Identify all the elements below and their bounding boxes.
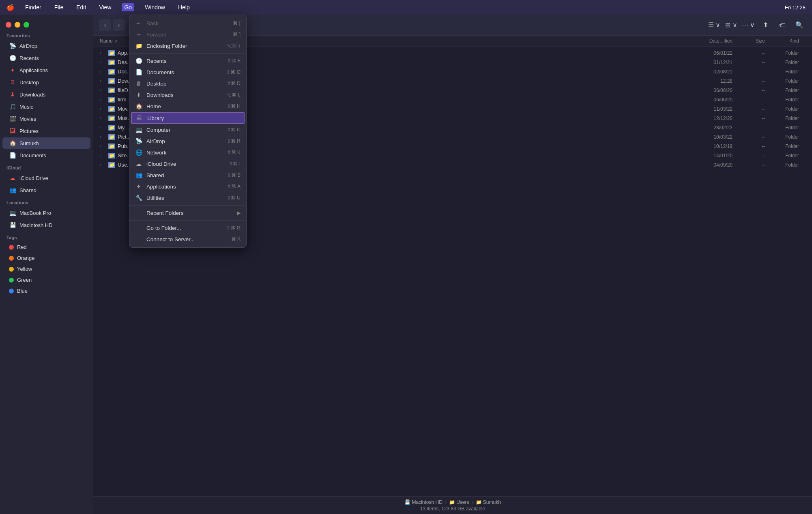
menu-item-recents[interactable]: 🕐 Recents ⇧⌘ F bbox=[129, 55, 246, 66]
menubar-edit[interactable]: Edit bbox=[74, 3, 88, 11]
menu-item-utilities[interactable]: 🔧 Utilities ⇧⌘ U bbox=[129, 192, 246, 203]
folder-icon: 📁 bbox=[108, 134, 115, 140]
sidebar-macbook-label: MacBook Pro bbox=[19, 210, 51, 216]
search-button[interactable]: 🔍 bbox=[793, 18, 806, 32]
sidebar-item-tag-green[interactable]: Green bbox=[2, 275, 90, 285]
menu-item-home[interactable]: 🏠 Home ⇧⌘ H bbox=[129, 101, 246, 112]
sidebar-item-tag-blue[interactable]: Blue bbox=[2, 286, 90, 296]
enclosing-menu-icon: 📁 bbox=[135, 42, 142, 49]
menu-item-computer[interactable]: 💻 Computer ⇧⌘ C bbox=[129, 124, 246, 135]
menubar-view[interactable]: View bbox=[97, 3, 114, 11]
back-button[interactable]: ‹ bbox=[99, 19, 111, 31]
menu-item-library[interactable]: 🏛 Library bbox=[131, 112, 245, 124]
sidebar-item-applications[interactable]: ✦ Applications bbox=[2, 64, 90, 76]
menu-separator-1 bbox=[129, 53, 246, 54]
menu-item-enclosing[interactable]: 📁 Enclosing Folder ⌥⌘ ↑ bbox=[129, 40, 246, 51]
sidebar-item-sumukh[interactable]: 🏠 Sumukh bbox=[2, 137, 90, 149]
menu-item-icloud-drive[interactable]: ☁ iCloud Drive ⇧⌘ I bbox=[129, 158, 246, 169]
file-size: -- bbox=[733, 50, 765, 56]
sidebar-hd-label: Macintosh HD bbox=[19, 222, 53, 228]
close-button[interactable] bbox=[6, 22, 11, 28]
sidebar-item-macintosh-hd[interactable]: 💾 Macintosh HD bbox=[2, 219, 90, 231]
utilities-menu-icon: 🔧 bbox=[135, 194, 142, 201]
file-name: My ... bbox=[118, 124, 131, 131]
menu-item-documents[interactable]: 📄 Documents ⇧⌘ O bbox=[129, 66, 246, 78]
breadcrumb-sumukh[interactable]: 📁 Sumukh bbox=[476, 499, 501, 505]
menubar-file[interactable]: File bbox=[52, 3, 66, 11]
file-date: 06/06/20 bbox=[680, 88, 733, 93]
sidebar-movies-label: Movies bbox=[19, 116, 36, 122]
tag-button[interactable]: 🏷 bbox=[775, 18, 789, 32]
menu-item-forward[interactable]: → Forward ⌘ ] bbox=[129, 29, 246, 40]
menu-icloud-shortcut: ⇧⌘ I bbox=[229, 161, 241, 167]
menu-enclosing-shortcut: ⌥⌘ ↑ bbox=[226, 43, 241, 49]
folder-icon: 📁 bbox=[108, 60, 115, 65]
folder-icon: 📁 bbox=[108, 106, 115, 112]
sidebar-item-desktop[interactable]: 🖥 Desktop bbox=[2, 77, 90, 88]
menu-item-connect-server[interactable]: Connect to Server... ⌘ K bbox=[129, 233, 246, 245]
menu-connect-label: Connect to Server... bbox=[146, 236, 227, 242]
sidebar-item-movies[interactable]: 🎬 Movies bbox=[2, 113, 90, 124]
menu-item-shared[interactable]: 👥 Shared ⇧⌘ S bbox=[129, 169, 246, 181]
breadcrumb-users[interactable]: 📁 Users bbox=[449, 499, 469, 505]
col-kind-header[interactable]: Kind bbox=[765, 38, 806, 44]
hd-icon: 💾 bbox=[9, 221, 16, 229]
sidebar-item-macbook-pro[interactable]: 💻 MacBook Pro bbox=[2, 207, 90, 218]
menu-network-label: Network bbox=[146, 150, 223, 156]
menu-item-airdrop[interactable]: 📡 AirDrop ⇧⌘ R bbox=[129, 135, 246, 147]
menu-desktop-shortcut: ⇧⌘ D bbox=[227, 81, 241, 86]
menu-item-desktop[interactable]: 🖥 Desktop ⇧⌘ D bbox=[129, 78, 246, 89]
icon-view-button[interactable]: ⊞ ∨ bbox=[724, 18, 738, 32]
share-button[interactable]: ⬆ bbox=[758, 18, 772, 32]
back-menu-icon: ← bbox=[135, 19, 142, 27]
menubar-go[interactable]: Go bbox=[122, 3, 134, 11]
shared-menu-icon: 👥 bbox=[135, 171, 142, 179]
menubar-finder[interactable]: Finder bbox=[23, 3, 44, 11]
menu-goto-shortcut: ⇧⌘ G bbox=[226, 225, 241, 231]
sidebar-item-downloads[interactable]: ⬇ Downloads bbox=[2, 89, 90, 100]
forward-button[interactable]: › bbox=[113, 19, 125, 31]
menubar-window[interactable]: Window bbox=[142, 3, 168, 11]
menu-computer-shortcut: ⇧⌘ C bbox=[227, 127, 241, 133]
maximize-button[interactable] bbox=[24, 22, 29, 28]
menu-item-network[interactable]: 🌐 Network ⇧⌘ K bbox=[129, 147, 246, 158]
sidebar-item-tag-orange[interactable]: Orange bbox=[2, 253, 90, 263]
folder-icon: 📁 bbox=[108, 162, 115, 168]
col-date-header[interactable]: Date...ified bbox=[680, 38, 733, 44]
file-size: -- bbox=[733, 69, 765, 75]
menu-recent-folders-label: Recent Folders bbox=[146, 210, 233, 216]
folder-icon: 📁 bbox=[108, 116, 115, 121]
menu-item-downloads[interactable]: ⬇ Downloads ⌥⌘ L bbox=[129, 89, 246, 101]
menu-item-recent-folders[interactable]: Recent Folders ▶ bbox=[129, 207, 246, 218]
sumukh-icon: 🏠 bbox=[9, 139, 16, 147]
menu-item-goto-folder[interactable]: Go to Folder... ⇧⌘ G bbox=[129, 222, 246, 233]
sidebar-item-tag-red[interactable]: Red bbox=[2, 242, 90, 252]
applications-icon: ✦ bbox=[9, 66, 16, 74]
minimize-button[interactable] bbox=[15, 22, 20, 28]
sidebar-item-recents[interactable]: 🕐 Recents bbox=[2, 52, 90, 64]
menu-item-applications[interactable]: ✦ Applications ⇧⌘ A bbox=[129, 181, 246, 192]
sidebar-item-airdrop[interactable]: 📡 AirDrop bbox=[2, 40, 90, 51]
sidebar-blue-label: Blue bbox=[17, 288, 28, 294]
group-button[interactable]: ⋯ ∨ bbox=[741, 18, 755, 32]
menubar-help[interactable]: Help bbox=[176, 3, 192, 11]
menu-recents-label: Recents bbox=[146, 58, 223, 64]
menu-shared-label: Shared bbox=[146, 172, 223, 178]
menu-separator-3 bbox=[129, 220, 246, 221]
sidebar-item-icloud-drive[interactable]: ☁ iCloud Drive bbox=[2, 172, 90, 184]
sidebar-item-documents[interactable]: 📄 Documents bbox=[2, 150, 90, 161]
file-kind: Folder bbox=[765, 88, 806, 93]
sidebar-item-tag-yellow[interactable]: Yellow bbox=[2, 264, 90, 274]
breadcrumb-hd[interactable]: 💾 Macintosh HD bbox=[404, 499, 443, 505]
menu-network-shortcut: ⇧⌘ K bbox=[227, 150, 241, 155]
sidebar-item-music[interactable]: 🎵 Music bbox=[2, 101, 90, 112]
col-size-header[interactable]: Size bbox=[733, 38, 765, 44]
orange-tag-dot bbox=[9, 256, 14, 261]
icloud-section-label: iCloud bbox=[0, 161, 93, 172]
apple-menu[interactable]: 🍎 bbox=[6, 4, 15, 11]
icloud-menu-icon: ☁ bbox=[135, 160, 142, 167]
list-view-button[interactable]: ☰ ∨ bbox=[707, 18, 721, 32]
sidebar-item-shared[interactable]: 👥 Shared bbox=[2, 184, 90, 196]
sidebar-item-pictures[interactable]: 🖼 Pictures bbox=[2, 125, 90, 137]
menu-item-back[interactable]: ← Back ⌘ [ bbox=[129, 17, 246, 29]
